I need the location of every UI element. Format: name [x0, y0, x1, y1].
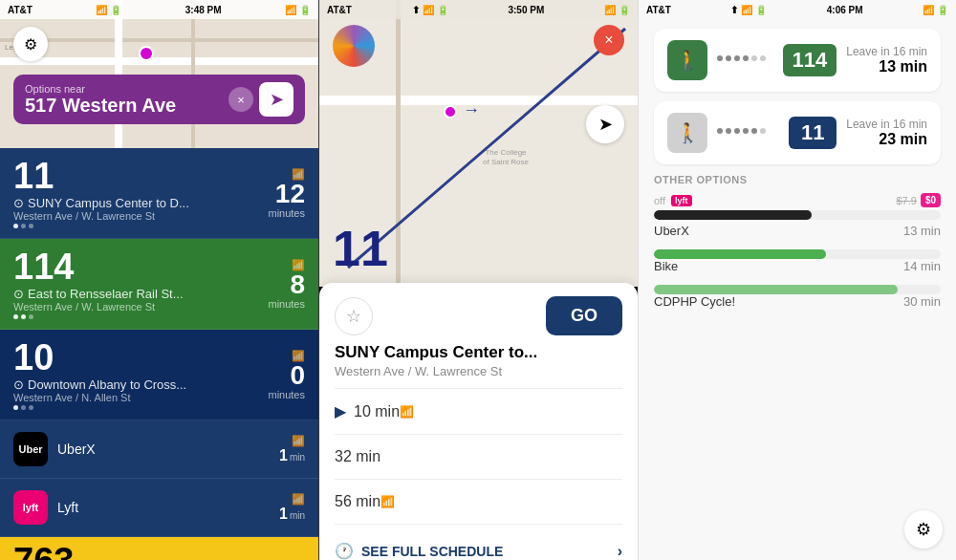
options-close-button[interactable]: ×: [228, 87, 253, 112]
arrow-icon-1: ▶: [335, 402, 346, 420]
signal-icons-1: 📶 🔋: [285, 5, 311, 15]
settings-icon: ⚙: [916, 519, 931, 540]
route-10-dest: ⊙ Downtown Albany to Cross...: [13, 377, 268, 392]
map-road-h2: [0, 38, 318, 42]
option-time-114: Leave in 16 min 13 min: [846, 45, 927, 75]
signal-icon: 📶: [285, 5, 296, 15]
lyft-min-label: min: [290, 510, 305, 521]
uber-bar-section: off lyft $7.9 $0: [654, 193, 941, 220]
uber-logo: Uber: [13, 432, 48, 466]
route-114-time: 📶 8 minutes: [268, 259, 305, 310]
time-1: 3:48 PM: [185, 5, 222, 15]
close-button[interactable]: ×: [594, 25, 624, 55]
route-number-big: 11: [333, 224, 388, 273]
uber-bar: [654, 210, 941, 220]
time-value-2: 32 min: [335, 448, 380, 465]
route-114-min-label: minutes: [268, 298, 305, 310]
p3-icons: ⬆ 📶 🔋: [730, 5, 767, 15]
options-text: Options near 517 Western Ave: [25, 83, 223, 117]
carrier-3: AT&T: [646, 5, 671, 15]
location-icon-status: ⬆: [412, 5, 420, 15]
time-big-11: 23 min: [846, 131, 927, 148]
transit-row-763[interactable]: 763: [0, 537, 318, 560]
option-card-11[interactable]: 🚶 11 Leave in 16 min 23 min: [654, 101, 941, 164]
siri-button[interactable]: [333, 25, 375, 67]
go-button[interactable]: GO: [546, 296, 622, 335]
route-114-stop: Western Ave / W. Lawrence St: [13, 301, 268, 312]
pin-circle: [139, 46, 154, 61]
route-10-min-label: minutes: [268, 389, 305, 400]
options-banner: Options near 517 Western Ave × ➤: [13, 75, 305, 124]
route-11-info: 11 ⊙ SUNY Campus Center to D... Western …: [13, 158, 268, 228]
route-10-min: 0: [268, 362, 305, 389]
time-2: 3:50 PM: [508, 5, 544, 15]
nav-icon: ➤: [270, 89, 284, 110]
transit-list: 11 ⊙ SUNY Campus Center to D... Western …: [0, 148, 318, 560]
route-10-number: 10: [13, 339, 268, 376]
battery-icon-2: 🔋: [299, 5, 311, 15]
circle-icon-114: ⊙: [13, 287, 24, 301]
panel-2: → The Collegeof Saint Rose AT&T ⬆ 📶 🔋 3:…: [318, 0, 638, 560]
location-icon: ➤: [598, 114, 613, 135]
route-10-stop: Western Ave / N. Allen St: [13, 392, 268, 403]
card-divider-4: [335, 524, 622, 525]
transit-row-10[interactable]: 10 ⊙ Downtown Albany to Cross... Western…: [0, 330, 318, 420]
route-11-dots: [13, 224, 268, 228]
lyft-row[interactable]: lyft Lyft 📶 1 min: [0, 479, 318, 537]
p2-status-icons: ⬆ 📶 🔋: [412, 5, 448, 15]
carrier-1: AT&T: [8, 5, 33, 15]
wifi-icon-p3: 📶: [741, 5, 752, 15]
bike-bar-fill: [654, 249, 826, 259]
walk-icon-114: 🚶: [667, 40, 707, 80]
card-divider-1: [335, 388, 622, 389]
location-icon-p3: ⬆: [730, 5, 738, 15]
gear-button[interactable]: ⚙: [13, 27, 48, 61]
uber-row[interactable]: Uber UberX 📶 1 min: [0, 420, 318, 479]
route-11-number: 11: [13, 158, 268, 194]
status-icons-1: 📶 🔋: [96, 5, 121, 15]
lyft-time: 📶 1 min: [279, 493, 305, 523]
signal-icon-uber: 📶: [279, 435, 305, 447]
lyft-name: Lyft: [57, 500, 279, 515]
bike-option-label: Bike: [654, 259, 721, 273]
see-schedule-button[interactable]: 🕐 SEE FULL SCHEDULE ›: [335, 532, 622, 560]
status-bar-1: AT&T 📶 🔋 3:48 PM 📶 🔋: [0, 0, 318, 19]
bike-option-row[interactable]: [654, 249, 941, 259]
panel-1: Leg... AT&T 📶 🔋 3:48 PM 📶 🔋 ⚙ Options ne…: [0, 0, 318, 560]
settings-button[interactable]: ⚙: [904, 510, 943, 549]
uber-off-label: off: [654, 195, 665, 206]
card-time-1: ▶ 10 min 📶: [335, 397, 622, 426]
lyft-badge: lyft: [671, 195, 692, 206]
route-10-dots: [13, 405, 268, 410]
uber-price: $0: [921, 193, 941, 207]
uber-price-strike: $7.9: [896, 195, 916, 206]
location-button[interactable]: ➤: [586, 105, 624, 143]
walk-icon-11: 🚶: [667, 113, 707, 153]
battery-icon: 🔋: [110, 5, 121, 15]
uber-option-row[interactable]: off lyft $7.9 $0: [654, 193, 941, 220]
time-3: 4:06 PM: [827, 5, 863, 15]
transit-row-11[interactable]: 11 ⊙ SUNY Campus Center to D... Western …: [0, 148, 318, 239]
cdphp-bar: [654, 285, 941, 294]
chevron-right-icon: ›: [618, 543, 622, 560]
options-nav-button[interactable]: ➤: [259, 82, 293, 117]
uber-name: UberX: [57, 442, 279, 457]
favorite-button[interactable]: ☆: [335, 297, 373, 335]
option-dots-11: [717, 128, 779, 138]
status-bar-3: AT&T ⬆ 📶 🔋 4:06 PM 📶 🔋: [639, 0, 956, 19]
lyft-logo: lyft: [13, 490, 48, 525]
route-114-info: 114 ⊙ East to Rensselaer Rail St... West…: [13, 248, 268, 319]
transit-row-114[interactable]: 114 ⊙ East to Rensselaer Rail St... West…: [0, 239, 318, 330]
dots-line-114: [717, 55, 773, 61]
uber-time: 📶 1 min: [279, 435, 305, 464]
route-10-info: 10 ⊙ Downtown Albany to Cross... Western…: [13, 339, 268, 410]
leave-text-114: Leave in 16 min: [846, 45, 927, 58]
wifi-icon: 📶: [96, 5, 107, 15]
option-card-114[interactable]: 🚶 114 Leave in 16 min 13 min: [654, 29, 941, 92]
cdphp-label-row: CDPHP Cycle! 30 min: [654, 294, 941, 309]
cdphp-option-row[interactable]: [654, 285, 941, 294]
uber-option-time: 13 min: [902, 224, 941, 238]
clock-icon: 🕐: [335, 542, 354, 560]
time-big-114: 13 min: [846, 58, 927, 75]
lyft-min: 1: [279, 506, 288, 523]
